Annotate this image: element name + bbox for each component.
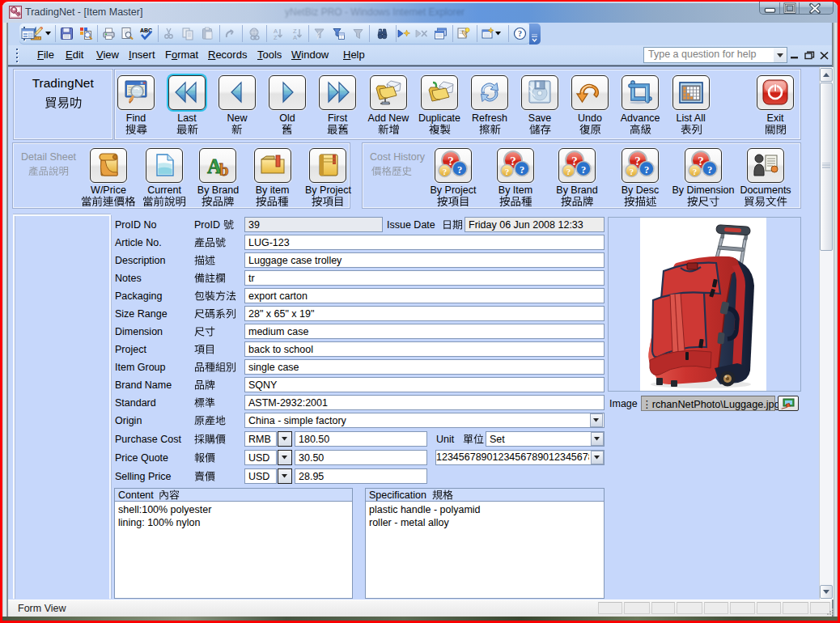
- svg-text:?: ?: [518, 29, 522, 38]
- svg-text:Z: Z: [274, 34, 278, 41]
- svg-text:?: ?: [581, 164, 586, 176]
- svg-text:?: ?: [630, 167, 634, 176]
- svg-text:?: ?: [566, 167, 571, 176]
- svg-text:?: ?: [520, 164, 524, 176]
- svg-text:?: ?: [693, 167, 698, 176]
- svg-text:?: ?: [443, 167, 448, 176]
- svg-text:?: ?: [707, 164, 712, 176]
- svg-text:A: A: [293, 34, 297, 41]
- svg-text:b: b: [219, 160, 229, 180]
- svg-text:?: ?: [505, 167, 510, 176]
- svg-text:?: ?: [457, 164, 462, 176]
- svg-text:?: ?: [644, 164, 649, 176]
